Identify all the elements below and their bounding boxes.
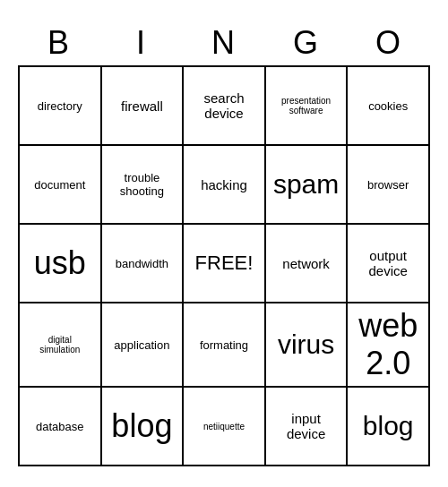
cell-text: spam	[270, 150, 343, 219]
bingo-cell[interactable]: firewall	[102, 67, 185, 146]
bingo-cell[interactable]: search device	[184, 67, 266, 146]
bingo-cell[interactable]: usb	[20, 225, 102, 303]
bingo-cell[interactable]: formating	[184, 303, 266, 388]
bingo-cell[interactable]: application	[102, 303, 185, 388]
bingo-cell[interactable]: database	[20, 388, 102, 466]
cell-text: virus	[270, 307, 343, 382]
bingo-cell[interactable]: FREE!	[184, 225, 266, 303]
cell-text: presentation software	[270, 71, 343, 141]
bingo-cell[interactable]: document	[20, 146, 102, 225]
bingo-cell[interactable]: input device	[266, 388, 349, 466]
cell-text: hacking	[187, 150, 261, 219]
cell-text: output device	[351, 228, 425, 298]
header-letter: N	[183, 21, 265, 65]
cell-text: usb	[23, 228, 97, 298]
cell-text: netiiquette	[187, 391, 261, 461]
bingo-cell[interactable]: spam	[266, 146, 349, 225]
bingo-cell[interactable]: blog	[348, 388, 430, 466]
cell-text: firewall	[106, 71, 179, 141]
cell-text: blog	[106, 391, 179, 461]
bingo-cell[interactable]: bandwidth	[102, 225, 185, 303]
cell-text: FREE!	[187, 228, 261, 298]
bingo-cell[interactable]: output device	[348, 225, 430, 303]
cell-text: cookies	[351, 71, 425, 141]
header-letter: O	[348, 21, 430, 65]
bingo-card: BINGO directoryfirewallsearch devicepres…	[18, 21, 430, 466]
cell-text: bandwidth	[106, 228, 179, 298]
cell-text: network	[270, 228, 343, 298]
cell-text: document	[23, 150, 97, 219]
bingo-cell[interactable]: presentation software	[266, 67, 349, 146]
bingo-cell[interactable]: hacking	[184, 146, 266, 225]
header-letter: I	[100, 21, 183, 65]
bingo-header: BINGO	[18, 21, 430, 65]
cell-text: search device	[187, 71, 261, 141]
bingo-cell[interactable]: netiiquette	[184, 388, 266, 466]
bingo-cell[interactable]: digital simulation	[20, 303, 102, 388]
cell-text: directory	[23, 71, 97, 141]
cell-text: formating	[187, 307, 261, 382]
bingo-grid: directoryfirewallsearch devicepresentati…	[18, 65, 430, 466]
cell-text: blog	[351, 391, 425, 461]
cell-text: trouble shooting	[106, 150, 179, 219]
cell-text: input device	[270, 391, 343, 461]
bingo-cell[interactable]: web 2.0	[348, 303, 430, 388]
bingo-cell[interactable]: blog	[102, 388, 185, 466]
cell-text: database	[23, 391, 97, 461]
bingo-cell[interactable]: network	[266, 225, 349, 303]
cell-text: web 2.0	[351, 307, 425, 382]
cell-text: digital simulation	[23, 307, 97, 382]
cell-text: application	[106, 307, 179, 382]
bingo-cell[interactable]: trouble shooting	[102, 146, 185, 225]
bingo-cell[interactable]: browser	[348, 146, 430, 225]
bingo-cell[interactable]: virus	[266, 303, 349, 388]
cell-text: browser	[351, 150, 425, 219]
header-letter: G	[265, 21, 348, 65]
bingo-cell[interactable]: directory	[20, 67, 102, 146]
bingo-cell[interactable]: cookies	[348, 67, 430, 146]
header-letter: B	[18, 21, 100, 65]
